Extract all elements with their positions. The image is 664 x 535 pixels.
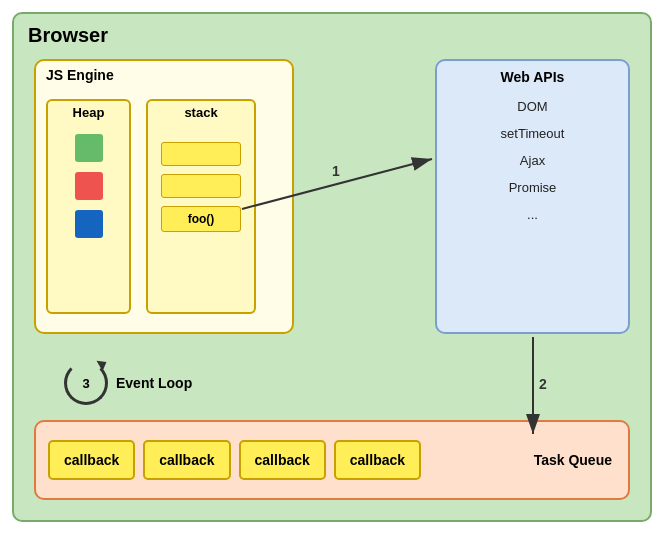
task-queue-container: callback callback callback callback Task… [34, 420, 630, 500]
browser-container: Browser JS Engine Heap stack foo() Web A… [12, 12, 652, 522]
heap-red-block [75, 172, 103, 200]
web-apis-title: Web APIs [437, 61, 628, 93]
heap-title: Heap [48, 101, 129, 124]
stack-title: stack [148, 101, 254, 124]
arrow-2-label: 2 [539, 376, 547, 392]
web-apis-settimeout: setTimeout [437, 120, 628, 147]
arrow-1-label: 1 [332, 163, 340, 179]
web-apis-promise: Promise [437, 174, 628, 201]
heap-box: Heap [46, 99, 131, 314]
task-queue-title: Task Queue [534, 452, 612, 468]
stack-item-foo: foo() [161, 206, 241, 232]
js-engine-box: JS Engine Heap stack foo() [34, 59, 294, 334]
stack-box: stack foo() [146, 99, 256, 314]
callback-item-4: callback [334, 440, 421, 480]
heap-blue-block [75, 210, 103, 238]
stack-item-2 [161, 174, 241, 198]
callback-item-2: callback [143, 440, 230, 480]
web-apis-box: Web APIs DOM setTimeout Ajax Promise ... [435, 59, 630, 334]
event-loop: 3 Event Loop [64, 361, 192, 405]
heap-green-block [75, 134, 103, 162]
callback-item-3: callback [239, 440, 326, 480]
event-loop-circle: 3 [64, 361, 108, 405]
js-engine-title: JS Engine [36, 61, 292, 89]
callbacks-area: callback callback callback callback [36, 440, 421, 480]
web-apis-more: ... [437, 201, 628, 228]
event-loop-arrow-icon [97, 357, 110, 371]
web-apis-dom: DOM [437, 93, 628, 120]
event-loop-number: 3 [82, 376, 89, 391]
event-loop-label: Event Loop [116, 375, 192, 391]
web-apis-ajax: Ajax [437, 147, 628, 174]
browser-title: Browser [14, 14, 650, 47]
stack-item-1 [161, 142, 241, 166]
callback-item-1: callback [48, 440, 135, 480]
